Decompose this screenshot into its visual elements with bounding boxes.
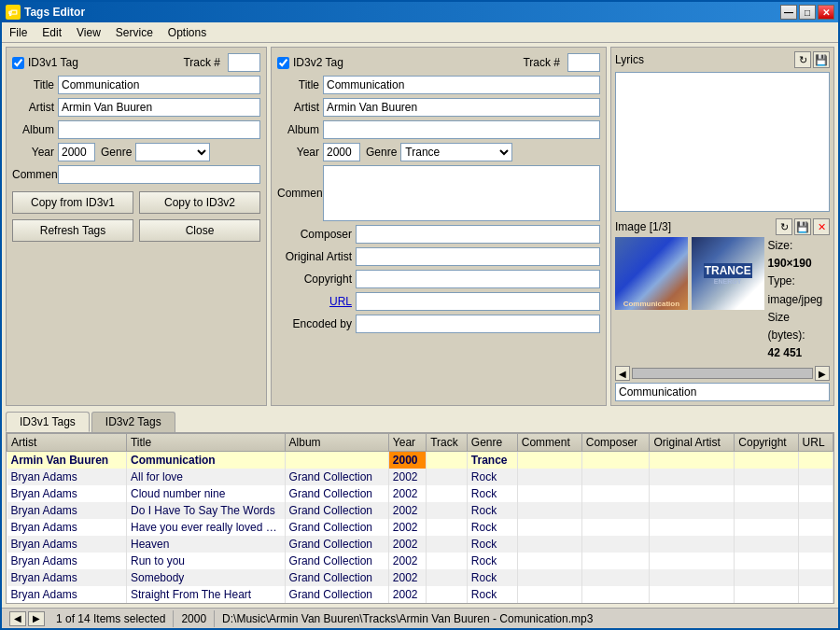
id3v1-artist-input[interactable]	[58, 98, 260, 117]
id3v2-orig-artist-row: Original Artist	[277, 247, 600, 266]
menu-service[interactable]: Service	[108, 24, 161, 41]
lyrics-save-icon[interactable]: 💾	[813, 51, 830, 68]
table-row[interactable]: Bryan AdamsDo I Have To Say The WordsGra…	[7, 502, 833, 519]
close-button[interactable]: Close	[139, 219, 260, 242]
menu-view[interactable]: View	[69, 24, 108, 41]
image-type-label: Type:	[768, 274, 795, 287]
menu-options[interactable]: Options	[161, 24, 214, 41]
image-caption-input[interactable]	[615, 383, 830, 401]
id3v1-album-input[interactable]	[58, 120, 260, 139]
id3v2-comment-input[interactable]	[323, 165, 600, 221]
image-icons: ↻ 💾 ✕	[776, 218, 830, 235]
table-cell	[650, 586, 735, 603]
lyrics-header: Lyrics ↻ 💾	[615, 51, 830, 68]
table-row[interactable]: Bryan AdamsAll for loveGrand Collection2…	[7, 469, 833, 485]
table-cell	[517, 553, 581, 569]
id3v2-genre-select[interactable]: Trance	[400, 143, 512, 161]
refresh-tags-button[interactable]: Refresh Tags	[12, 219, 133, 242]
col-comment[interactable]: Comment	[517, 434, 581, 452]
maximize-button[interactable]: □	[799, 5, 816, 20]
id3v2-artist-input[interactable]	[323, 98, 600, 117]
id3v2-url-input[interactable]	[356, 292, 600, 311]
close-window-button[interactable]: ✕	[818, 5, 834, 20]
table-cell	[581, 536, 650, 553]
table-body: Armin Van BuurenCommunication2000TranceB…	[7, 452, 833, 604]
nav-forward-button[interactable]: ▶	[28, 611, 45, 626]
col-composer[interactable]: Composer	[581, 434, 650, 452]
id3v2-year-input[interactable]	[323, 143, 360, 161]
table-row[interactable]: Bryan AdamsSomebodyGrand Collection2002R…	[7, 569, 833, 586]
image-save-icon[interactable]: 💾	[794, 218, 811, 235]
table-row[interactable]: Armin Van BuurenCommunication2000Trance	[7, 452, 833, 469]
table-row[interactable]: Bryan AdamsHeavenGrand Collection2002Roc…	[7, 536, 833, 553]
table-cell	[427, 603, 468, 604]
table-row[interactable]: Bryan AdamsCloud number nineGrand Collec…	[7, 485, 833, 502]
image-prev-button[interactable]: ◀	[615, 366, 630, 381]
tab-id3v2[interactable]: ID3v2 Tags	[91, 412, 175, 432]
minimize-button[interactable]: —	[780, 5, 797, 20]
id3v2-checkbox[interactable]	[277, 57, 289, 69]
id3v2-checkbox-label: ID3v2 Tag	[293, 56, 343, 69]
table-cell: Grand Collection	[285, 569, 388, 586]
image-next-button[interactable]: ▶	[815, 366, 830, 381]
id3v2-orig-artist-input[interactable]	[356, 247, 600, 266]
id3v2-track-input[interactable]	[567, 53, 600, 72]
col-year[interactable]: Year	[388, 434, 426, 452]
copy-to-id3v2-button[interactable]: Copy to ID3v2	[139, 191, 260, 214]
image-scrollbar[interactable]	[632, 368, 813, 379]
table-row[interactable]: Bryan AdamsStraight From The HeartGrand …	[7, 586, 833, 603]
id3v1-buttons: Copy from ID3v1 Copy to ID3v2	[12, 191, 260, 214]
lyrics-icons: ↻ 💾	[794, 51, 830, 68]
table-cell	[735, 536, 798, 553]
col-orig-artist[interactable]: Original Artist	[650, 434, 735, 452]
table-cell: Grand Collection	[285, 519, 388, 536]
image-display: Communication TRANCE ENERGY Size: 190×19…	[615, 237, 830, 362]
id3v2-album-row: Album	[277, 120, 600, 139]
id3v1-comment-input[interactable]	[58, 165, 260, 184]
table-cell	[517, 603, 581, 604]
col-track[interactable]: Track	[427, 434, 468, 452]
nav-back-button[interactable]: ◀	[9, 611, 26, 626]
top-section: ID3v1 Tag Track # Title Artist Album	[2, 43, 838, 410]
table-row[interactable]: Bryan AdamsThe best of meGrand Collectio…	[7, 603, 833, 604]
image-title: Image [1/3]	[615, 220, 671, 233]
table-cell: Run to you	[126, 553, 285, 569]
col-title[interactable]: Title	[126, 434, 285, 452]
copy-from-id3v1-button[interactable]: Copy from ID3v1	[12, 191, 133, 214]
menu-file[interactable]: File	[2, 24, 35, 41]
table-cell	[735, 485, 798, 502]
id3v1-year-input[interactable]	[58, 143, 95, 161]
id3v2-title-input[interactable]	[323, 76, 600, 94]
id3v1-checkbox[interactable]	[12, 57, 24, 69]
table-row[interactable]: Bryan AdamsRun to youGrand Collection200…	[7, 553, 833, 569]
table-container[interactable]: Artist Title Album Year Track Genre Comm…	[6, 432, 834, 604]
col-album[interactable]: Album	[285, 434, 388, 452]
id3v2-copyright-input[interactable]	[356, 270, 600, 288]
lyrics-refresh-icon[interactable]: ↻	[794, 51, 811, 68]
title-bar-buttons: — □ ✕	[780, 5, 834, 20]
table-row[interactable]: Bryan AdamsHave you ever really loved a …	[7, 519, 833, 536]
id3v1-track-input[interactable]	[228, 53, 260, 72]
table-cell	[650, 485, 735, 502]
image-refresh-icon[interactable]: ↻	[776, 218, 792, 235]
table-cell	[650, 469, 735, 485]
col-copyright[interactable]: Copyright	[735, 434, 798, 452]
col-artist[interactable]: Artist	[7, 434, 127, 452]
id3v1-genre-select[interactable]	[135, 143, 210, 161]
table-cell	[427, 519, 468, 536]
id3v2-composer-input[interactable]	[356, 225, 600, 244]
id3v1-title-input[interactable]	[58, 76, 260, 94]
table-cell	[427, 553, 468, 569]
table-cell: Rock	[467, 502, 517, 519]
col-genre[interactable]: Genre	[467, 434, 517, 452]
menu-edit[interactable]: Edit	[35, 24, 69, 41]
tab-id3v1[interactable]: ID3v1 Tags	[6, 412, 90, 432]
table-cell	[798, 603, 833, 604]
lyrics-textarea[interactable]	[615, 72, 830, 212]
id3v2-panel: ID3v2 Tag Track # Title Artist Album	[271, 47, 607, 406]
image-close-icon[interactable]: ✕	[813, 218, 830, 235]
col-url[interactable]: URL	[798, 434, 833, 452]
id3v2-album-input[interactable]	[323, 120, 600, 139]
id3v2-encoded-input[interactable]	[356, 315, 600, 333]
table-cell	[735, 569, 798, 586]
